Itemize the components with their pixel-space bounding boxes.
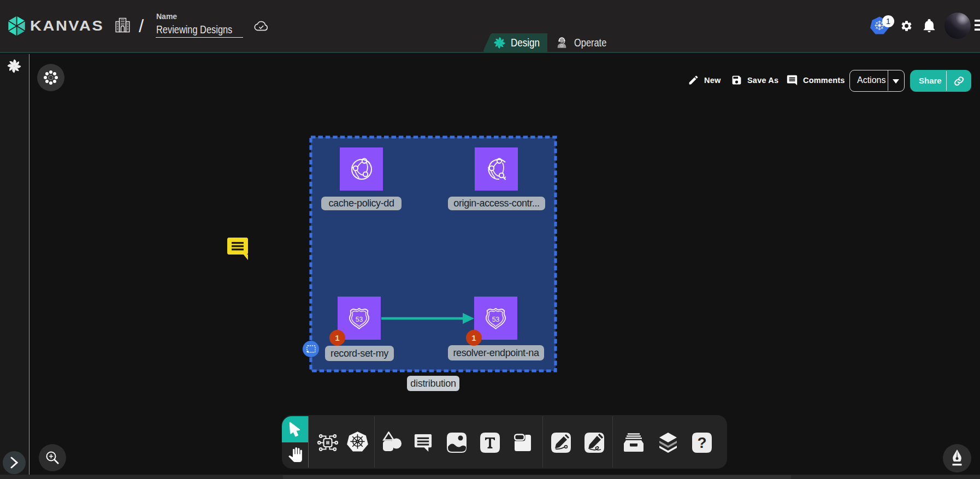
svg-text:53: 53 bbox=[492, 316, 500, 323]
svg-text:?: ? bbox=[697, 434, 706, 451]
svg-text:53: 53 bbox=[356, 316, 363, 323]
